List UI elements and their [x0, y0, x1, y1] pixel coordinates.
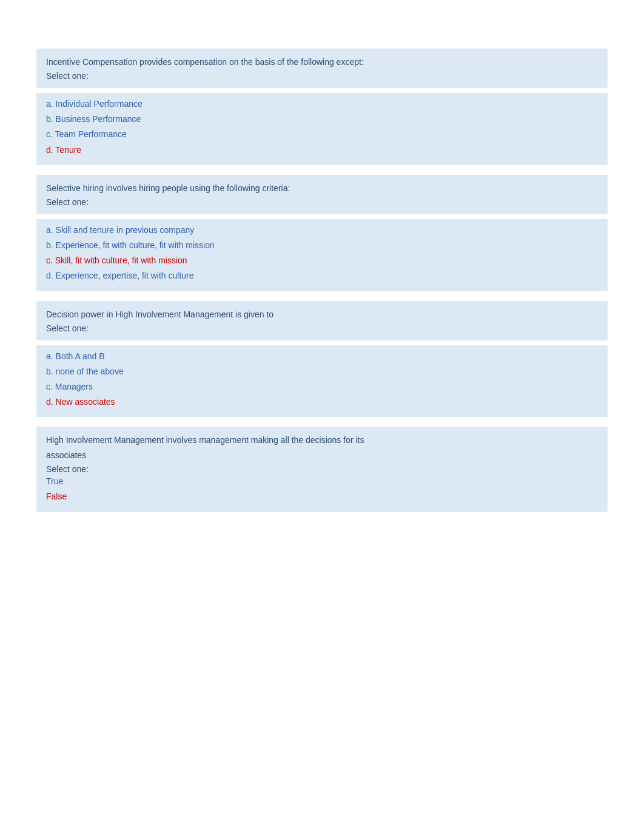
- q2-option-b[interactable]: b. Experience, fit with culture, fit wit…: [46, 238, 598, 253]
- question-1-options: a. Individual Performance b. Business Pe…: [36, 93, 608, 165]
- question-3-section: Decision power in High Involvement Manag…: [36, 301, 608, 418]
- question-3-select-label: Select one:: [46, 323, 598, 333]
- question-1-block: Incentive Compensation provides compensa…: [36, 49, 608, 88]
- q4-option-true[interactable]: True: [46, 474, 598, 489]
- question-2-block: Selective hiring involves hiring people …: [36, 175, 608, 214]
- question-2-section: Selective hiring involves hiring people …: [36, 175, 608, 291]
- question-2-options: a. Skill and tenure in previous company …: [36, 219, 608, 291]
- question-4-select-label: Select one:: [46, 464, 598, 474]
- question-4-text-line2: associates: [46, 449, 598, 462]
- question-3-options: a. Both A and B b. none of the above c. …: [36, 345, 608, 418]
- page-container: Incentive Compensation provides compensa…: [0, 0, 644, 570]
- question-1-text: Incentive Compensation provides compensa…: [46, 56, 598, 69]
- q2-option-a[interactable]: a. Skill and tenure in previous company: [46, 223, 598, 238]
- question-1-section: Incentive Compensation provides compensa…: [36, 49, 608, 165]
- q4-option-false[interactable]: False: [46, 489, 598, 504]
- question-4-text-line1: High Involvement Management involves man…: [46, 434, 598, 447]
- q3-option-b[interactable]: b. none of the above: [46, 364, 598, 379]
- question-2-text: Selective hiring involves hiring people …: [46, 182, 598, 195]
- q1-option-c[interactable]: c. Team Performance: [46, 127, 598, 142]
- q2-option-d[interactable]: d. Experience, expertise, fit with cultu…: [46, 268, 598, 283]
- q3-option-d[interactable]: d. New associates: [46, 394, 598, 410]
- q3-option-a[interactable]: a. Both A and B: [46, 349, 598, 364]
- q1-option-d[interactable]: d. Tenure: [46, 143, 598, 158]
- q2-option-c[interactable]: c. Skill, fit with culture, fit with mis…: [46, 253, 598, 268]
- q1-option-a[interactable]: a. Individual Performance: [46, 96, 598, 112]
- question-4-block: High Involvement Management involves man…: [36, 427, 608, 512]
- question-4-section: High Involvement Management involves man…: [36, 427, 608, 512]
- question-2-select-label: Select one:: [46, 197, 598, 207]
- q1-option-b[interactable]: b. Business Performance: [46, 112, 598, 127]
- question-1-select-label: Select one:: [46, 71, 598, 81]
- question-3-block: Decision power in High Involvement Manag…: [36, 301, 608, 340]
- question-3-text: Decision power in High Involvement Manag…: [46, 308, 598, 321]
- q3-option-c[interactable]: c. Managers: [46, 379, 598, 394]
